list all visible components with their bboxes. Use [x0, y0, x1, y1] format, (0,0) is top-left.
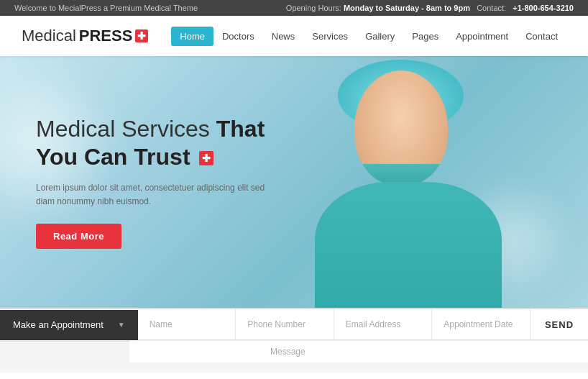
logo-text: Medical [22, 27, 76, 45]
hero-section: Medical Services That You Can Trust ✚ Lo… [0, 56, 588, 308]
nav-item-home[interactable]: Home [171, 27, 213, 46]
appointment-fields: SEND [138, 309, 588, 340]
hero-title: Medical Services That You Can Trust ✚ [36, 115, 266, 170]
logo: MedicalPRESS ✚ [22, 27, 148, 45]
email-input[interactable] [346, 319, 421, 329]
contact-info: Opening Hours: Monday to Saturday - 8am … [286, 4, 574, 12]
nav-link-gallery[interactable]: Gallery [357, 27, 403, 46]
dropdown-spacer [0, 341, 129, 362]
send-button[interactable]: SEND [530, 309, 588, 339]
phone-input[interactable] [247, 319, 322, 329]
hero-subtitle: Lorem ipsum dolor sit amet, consectetuer… [36, 181, 266, 209]
nav-link-home[interactable]: Home [171, 27, 213, 46]
nav-link-news[interactable]: News [263, 27, 304, 46]
opening-hours: Monday to Saturday - 8am to 9pm [344, 4, 470, 12]
header: MedicalPRESS ✚ Home Doctors News Service… [0, 16, 588, 56]
hero-title-bold: That [216, 116, 265, 142]
nav-link-pages[interactable]: Pages [403, 27, 447, 46]
contact-label: Contact: [477, 4, 506, 12]
nav-item-news[interactable]: News [263, 27, 304, 46]
name-input[interactable] [150, 319, 224, 329]
chevron-down-icon: ▼ [118, 321, 125, 329]
nav-item-services[interactable]: Services [303, 27, 357, 46]
main-nav: Home Doctors News Services Gallery Pages… [171, 27, 566, 46]
date-field-container [432, 309, 530, 339]
nav-link-doctors[interactable]: Doctors [213, 27, 263, 46]
nav-link-services[interactable]: Services [303, 27, 357, 46]
welcome-text: Welcome to MecialPress a Premium Medical… [14, 4, 198, 12]
read-more-button[interactable]: Read More [36, 224, 121, 249]
hero-cross-icon: ✚ [199, 151, 213, 165]
doctor-head [354, 70, 448, 186]
message-input[interactable] [259, 341, 588, 362]
hero-content: Medical Services That You Can Trust ✚ Lo… [0, 93, 302, 270]
opening-label: Opening Hours: [286, 4, 344, 12]
nav-item-appointment[interactable]: Appointment [447, 27, 517, 46]
appointment-top-row: Make an Appointment ▼ SEND [0, 309, 588, 340]
nav-item-contact[interactable]: Contact [517, 27, 566, 46]
nav-item-doctors[interactable]: Doctors [213, 27, 263, 46]
nav-item-gallery[interactable]: Gallery [357, 27, 403, 46]
nav-link-appointment[interactable]: Appointment [447, 27, 517, 46]
top-bar: Welcome to MecialPress a Premium Medical… [0, 0, 588, 16]
doctor-body [315, 182, 502, 308]
date-input[interactable] [444, 319, 518, 329]
appointment-dropdown[interactable]: Make an Appointment ▼ [0, 310, 138, 340]
nav-link-contact[interactable]: Contact [517, 27, 566, 46]
nav-item-pages[interactable]: Pages [403, 27, 447, 46]
appointment-bottom-row [0, 340, 588, 362]
name-field-container [138, 309, 236, 339]
contact-phone: +1-800-654-3210 [513, 4, 574, 12]
appointment-dropdown-label: Make an Appointment [13, 319, 104, 330]
logo-bold: PRESS [79, 27, 133, 45]
logo-cross-icon: ✚ [135, 29, 148, 42]
phone-field-container [236, 309, 334, 339]
hero-title-line2: You Can Trust [36, 144, 190, 170]
appointment-bar: Make an Appointment ▼ SEND [0, 308, 588, 373]
email-field-container [334, 309, 433, 339]
